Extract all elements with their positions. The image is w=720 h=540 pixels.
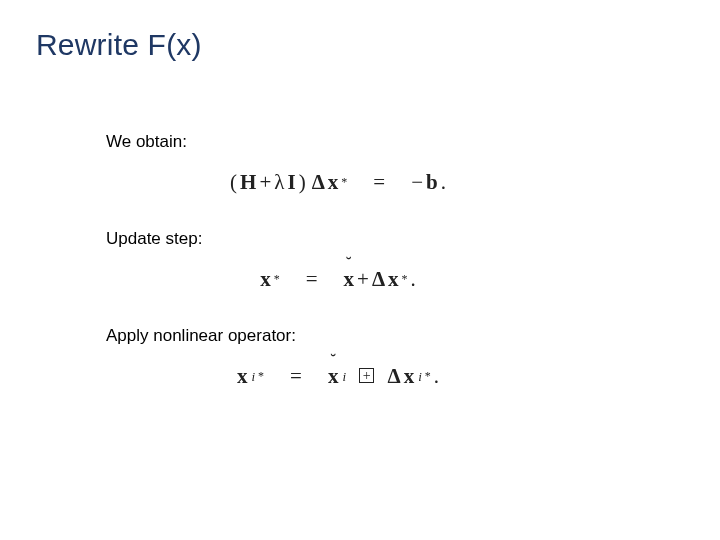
period: .: [434, 364, 439, 389]
label-apply: Apply nonlinear operator:: [106, 326, 684, 346]
sym-sub-i: i: [251, 369, 255, 385]
label-obtain: We obtain:: [106, 132, 684, 152]
sym-star: *: [274, 272, 280, 287]
sym-star: *: [425, 369, 431, 384]
eq2-equals: =: [306, 267, 318, 292]
eq3-equals: =: [290, 364, 302, 389]
lparen: (: [230, 170, 237, 195]
sym-lambda: λ: [274, 170, 284, 195]
sym-H: H: [240, 170, 256, 195]
sym-x: x: [237, 364, 248, 389]
sym-I: I: [287, 170, 295, 195]
sym-star: *: [402, 272, 408, 287]
equation-obtain: ( H + λ I ) Δ x * = − b .: [148, 170, 528, 195]
eq3-lhs: x i *: [237, 364, 264, 389]
sym-x: x: [328, 170, 339, 195]
space: [379, 364, 384, 389]
sym-x-breve: x: [328, 364, 339, 389]
eq1-equals: =: [373, 170, 385, 195]
slide-title: Rewrite F(x): [36, 28, 684, 62]
sym-Delta: Δ: [388, 364, 401, 389]
eq2-rhs: x + Δ x * .: [344, 267, 416, 292]
plus: +: [259, 170, 271, 195]
sym-b: b: [426, 170, 438, 195]
eq1-rhs: − b .: [411, 170, 446, 195]
equation-update: x * = x + Δ x * .: [148, 267, 528, 292]
sym-Delta: Δ: [372, 267, 385, 292]
sym-Delta: Δ: [312, 170, 325, 195]
sym-x: x: [404, 364, 415, 389]
eq2-lhs: x *: [260, 267, 280, 292]
period: .: [411, 267, 416, 292]
sym-x: x: [388, 267, 399, 292]
period: .: [441, 170, 446, 195]
boxplus-icon: +: [359, 368, 374, 383]
minus: −: [411, 170, 423, 195]
sym-x-breve: x: [344, 267, 355, 292]
eq3-rhs: x i + Δ x i * .: [328, 364, 439, 389]
sym-sub-i: i: [342, 369, 346, 385]
eq1-lhs: ( H + λ I ) Δ x *: [230, 170, 347, 195]
slide-content: We obtain: ( H + λ I ) Δ x * = − b . Upd…: [106, 132, 684, 389]
sym-star: *: [258, 369, 264, 384]
equation-apply: x i * = x i + Δ x i * .: [148, 364, 528, 389]
sym-star: *: [341, 175, 347, 190]
sym-x: x: [260, 267, 271, 292]
sym-sub-i: i: [418, 369, 422, 385]
plus: +: [357, 267, 369, 292]
label-update: Update step:: [106, 229, 684, 249]
space: [349, 364, 354, 389]
rparen: ): [299, 170, 306, 195]
slide: Rewrite F(x) We obtain: ( H + λ I ) Δ x …: [0, 0, 720, 540]
